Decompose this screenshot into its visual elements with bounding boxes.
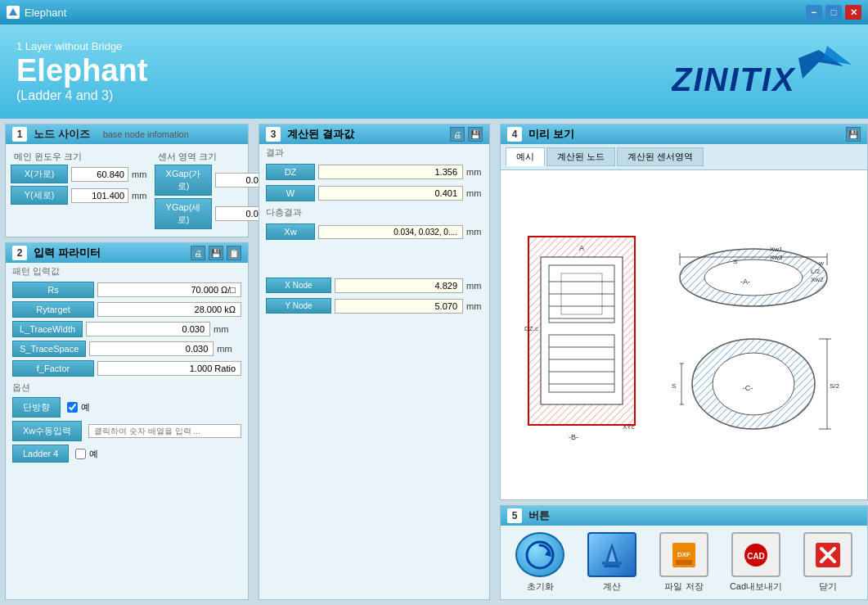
init-label: 초기화 (527, 580, 554, 593)
app-header: 1 Layer without Bridge Elephant (Ladder … (0, 25, 868, 119)
rytarget-row: Rytarget (6, 300, 248, 319)
section3-save-icon[interactable]: 💾 (468, 127, 483, 142)
strace-input[interactable] (89, 341, 214, 356)
section3-label: 계산된 결과값 (287, 127, 354, 142)
cad-label: Cad내보내기 (730, 580, 782, 593)
preview-tabs: 예시 계산된 노드 계산된 센서영역 (501, 144, 867, 170)
calc-button[interactable]: 계산 (579, 532, 645, 593)
xw-input[interactable] (88, 424, 241, 438)
x-unit: mm (132, 169, 148, 179)
svg-rect-6 (541, 257, 623, 404)
multi-label: 다층결과 (259, 204, 489, 221)
strace-row: S_TraceSpace mm (6, 339, 248, 359)
x-label: X(가로) (11, 165, 68, 183)
filesave-label: 파일 저장 (664, 580, 703, 593)
print-icon[interactable]: 🖨 (191, 246, 205, 260)
svg-marker-0 (9, 8, 17, 16)
minimize-button[interactable]: − (806, 5, 822, 20)
xw-result-row: Xw 0.034, 0.032, 0.... mm (259, 221, 489, 242)
ffactor-input[interactable] (97, 361, 241, 376)
svg-text:S/2: S/2 (830, 382, 840, 390)
pattern-label: 패턴 입력값 (6, 263, 248, 280)
section4-label: 미리 보기 (528, 127, 574, 142)
section1-subtitle: base node infomation (103, 129, 189, 139)
section2-num: 2 (12, 246, 27, 260)
svg-point-37 (713, 353, 794, 415)
svg-text:Xw3: Xw3 (770, 254, 783, 261)
close-button[interactable]: ✕ (845, 5, 861, 20)
section1-num: 1 (12, 127, 27, 142)
dandang-button[interactable]: 단방향 (12, 397, 61, 418)
rs-label: Rs (12, 282, 94, 298)
ffactor-row: f_Factor (6, 359, 248, 378)
tab-example[interactable]: 예시 (506, 147, 545, 166)
xw-result-unit: mm (466, 227, 483, 237)
preview-save-icon[interactable]: 💾 (846, 127, 861, 142)
floppy-icon[interactable]: 📋 (227, 246, 241, 260)
xw-result-value: 0.034, 0.032, 0.... (318, 225, 463, 239)
ynode-row: Y Node 5.070 mm (259, 296, 489, 316)
section5-label: 버튼 (528, 508, 550, 523)
section-preview: 4 미리 보기 💾 예시 계산된 노드 계산된 센서영역 (500, 124, 868, 500)
results-label: 결과 (259, 144, 489, 161)
dandang-row: 단방향 예 (6, 395, 248, 419)
ynode-unit: mm (466, 301, 483, 311)
dandang-yes-label: 예 (81, 401, 90, 413)
xnode-unit: mm (466, 281, 483, 291)
w-row: W 0.401 mm (259, 183, 489, 204)
x-value: 60.840 (71, 167, 128, 182)
ladder-checkbox[interactable] (75, 449, 86, 459)
rytarget-input[interactable] (97, 302, 241, 317)
ladder-yes-label: 예 (89, 448, 98, 460)
preview-canvas: A DZ.c XYc -B- (501, 170, 867, 499)
rs-row: Rs (6, 280, 248, 300)
main-content: 1 노드 사이즈 base node infomation 메인 윈도우 크기 … (0, 119, 868, 605)
filesave-button[interactable]: DXF 파일 저장 (651, 532, 717, 593)
close-app-button[interactable]: 닫기 (795, 532, 861, 593)
init-button[interactable]: 초기화 (507, 532, 573, 593)
left-panel: 1 노드 사이즈 base node infomation 메인 윈도우 크기 … (0, 119, 254, 605)
calc-label: 계산 (603, 580, 621, 593)
svg-text:L/2: L/2 (811, 268, 821, 275)
rs-input[interactable] (97, 282, 241, 297)
xw-row: Xw수동입력 (6, 419, 248, 443)
section1-header: 1 노드 사이즈 base node infomation (6, 124, 248, 144)
ladder-button[interactable]: Ladder 4 (12, 445, 69, 463)
svg-text:A: A (579, 244, 584, 252)
w-label: W (266, 185, 315, 201)
svg-text:Xw1: Xw1 (770, 246, 783, 253)
y-label: Y(세로) (11, 186, 68, 205)
close-app-label: 닫기 (819, 580, 837, 593)
ffactor-label: f_Factor (12, 360, 94, 377)
app-icon (7, 6, 20, 19)
maximize-button[interactable]: □ (825, 5, 842, 20)
ltrace-input[interactable] (86, 322, 210, 336)
zinitix-logo: ZINITIX (672, 42, 852, 99)
xw-button[interactable]: Xw수동입력 (12, 421, 82, 441)
tab-calculated-node[interactable]: 계산된 노드 (546, 147, 615, 166)
svg-text:S: S (672, 382, 676, 390)
save-icon[interactable]: 💾 (209, 246, 223, 260)
middle-panel: 3 계산된 결과값 🖨 💾 결과 DZ 1.356 mm W 0. (254, 119, 495, 605)
strace-label: S_TraceSpace (12, 341, 86, 357)
title-bar: Elephant − □ ✕ (0, 0, 868, 25)
dz-value: 1.356 (318, 165, 463, 179)
section3-print-icon[interactable]: 🖨 (450, 127, 465, 142)
app-model: (Ladder 4 and 3) (16, 88, 147, 103)
dz-unit: mm (466, 167, 483, 177)
w-unit: mm (466, 188, 483, 198)
cad-button[interactable]: CAD Cad내보내기 (723, 532, 789, 593)
xnode-row: X Node 4.829 mm (259, 275, 489, 296)
dz-label: DZ (266, 164, 315, 180)
xgap-label: XGap(가로) (155, 165, 212, 196)
ygap-label: YGap(세로) (155, 198, 212, 229)
xnode-value: 4.829 (335, 278, 463, 293)
tab-calculated-sensor[interactable]: 계산된 센서영역 (617, 147, 704, 166)
section3-num: 3 (266, 127, 281, 142)
preview-diagram: A DZ.c XYc -B- (520, 212, 848, 458)
xw-result-label: Xw (266, 223, 315, 240)
svg-text:DZ.c: DZ.c (524, 325, 538, 332)
action-buttons: 초기화 계산 (501, 526, 867, 599)
dandang-checkbox[interactable] (67, 402, 78, 413)
window-title: Elephant (25, 7, 66, 19)
